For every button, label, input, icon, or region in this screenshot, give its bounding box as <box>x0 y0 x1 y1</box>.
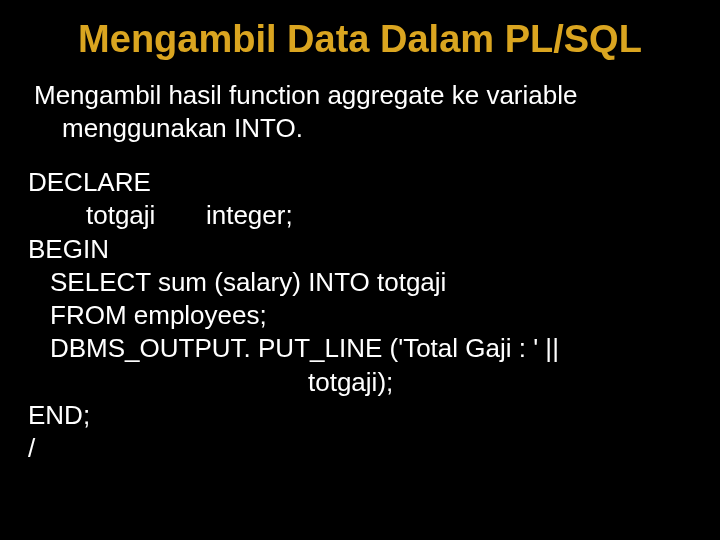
code-line: BEGIN <box>28 233 692 266</box>
subtitle-line1: Mengambil hasil function aggregate ke va… <box>34 79 692 112</box>
code-line: / <box>28 432 692 465</box>
subtitle-line2: menggunakan INTO. <box>34 112 692 145</box>
slide: Mengambil Data Dalam PL/SQL Mengambil ha… <box>0 0 720 540</box>
code-line: FROM employees; <box>28 299 692 332</box>
slide-subtitle: Mengambil hasil function aggregate ke va… <box>28 79 692 144</box>
code-line: DBMS_OUTPUT. PUT_LINE ('Total Gaji : ' |… <box>28 332 692 365</box>
code-line: DECLARE <box>28 166 692 199</box>
code-line: SELECT sum (salary) INTO totgaji <box>28 266 692 299</box>
slide-title: Mengambil Data Dalam PL/SQL <box>28 18 692 61</box>
code-line: totgaji); <box>28 366 692 399</box>
code-block: DECLARE totgaji integer; BEGIN SELECT su… <box>28 166 692 465</box>
code-line: totgaji integer; <box>28 199 692 232</box>
code-line: END; <box>28 399 692 432</box>
